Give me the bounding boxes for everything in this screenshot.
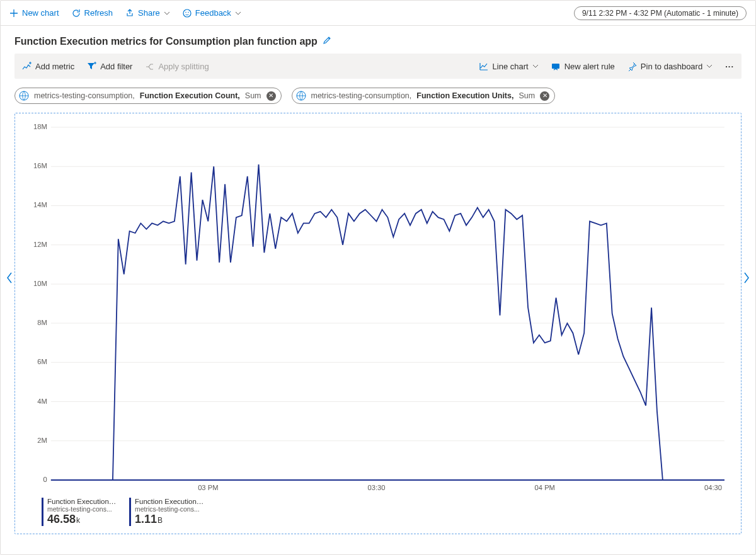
chart-type-dropdown[interactable]: Line chart [479, 62, 539, 71]
svg-text:03:30: 03:30 [368, 484, 386, 491]
split-icon [145, 62, 154, 71]
plus-icon [9, 9, 18, 18]
chevron-down-icon [706, 64, 713, 68]
resource-icon [296, 91, 306, 101]
metric-pill-0[interactable]: metrics-testing-consumption, Function Ex… [14, 88, 282, 104]
refresh-icon [72, 9, 81, 18]
page-title: Function Execution metrics for Consumpti… [14, 36, 318, 47]
refresh-button[interactable]: Refresh [72, 8, 113, 18]
new-alert-rule-button[interactable]: New alert rule [551, 62, 615, 71]
line-chart-icon [479, 62, 489, 71]
metric-pill-scope: metrics-testing-consumption, [34, 91, 135, 100]
filter-icon [87, 62, 96, 71]
refresh-label: Refresh [84, 8, 113, 18]
time-range-label: 9/11 2:32 PM - 4:32 PM (Automatic - 1 mi… [582, 9, 738, 18]
metric-pill-metric: Function Execution Count, [140, 91, 240, 100]
pin-label: Pin to dashboard [641, 62, 702, 71]
apply-splitting-button: Apply splitting [145, 62, 209, 71]
svg-text:8M: 8M [37, 319, 47, 326]
svg-rect-3 [552, 64, 559, 69]
svg-text:03 PM: 03 PM [198, 484, 218, 491]
apply-splitting-label: Apply splitting [158, 62, 209, 71]
legend-value: 46.58 [47, 513, 76, 525]
add-metric-icon [22, 62, 32, 71]
legend-row: Function Execution C... metrics-testing-… [19, 493, 731, 527]
svg-text:10M: 10M [33, 280, 47, 287]
svg-text:4M: 4M [37, 398, 47, 405]
alert-icon [551, 62, 561, 71]
add-metric-button[interactable]: Add metric [22, 62, 74, 71]
svg-text:14M: 14M [33, 202, 47, 209]
metric-pill-scope: metrics-testing-consumption, [311, 91, 412, 100]
add-metric-label: Add metric [35, 62, 74, 71]
chevron-down-icon [164, 11, 170, 15]
feedback-label: Feedback [195, 8, 231, 18]
metric-pill-row: metrics-testing-consumption, Function Ex… [1, 79, 755, 110]
share-icon [125, 9, 134, 18]
legend-subtitle: metrics-testing-cons... [135, 505, 204, 513]
add-filter-button[interactable]: Add filter [87, 62, 132, 71]
chevron-left-icon [6, 272, 13, 284]
chevron-down-icon [235, 11, 241, 15]
feedback-icon [183, 9, 192, 18]
chevron-right-icon [743, 272, 750, 284]
metric-pill-agg: Sum [518, 91, 535, 100]
svg-point-1 [185, 11, 186, 13]
legend-unit: k [76, 516, 80, 525]
svg-text:18M: 18M [33, 123, 47, 130]
time-range-picker[interactable]: 9/11 2:32 PM - 4:32 PM (Automatic - 1 mi… [574, 6, 747, 20]
svg-point-0 [183, 9, 191, 17]
svg-point-2 [188, 11, 189, 13]
legend-card-1[interactable]: Function Execution U... metrics-testing-… [129, 498, 204, 526]
svg-text:04 PM: 04 PM [535, 484, 555, 491]
svg-text:12M: 12M [33, 241, 47, 248]
add-filter-label: Add filter [100, 62, 132, 71]
chevron-down-icon [532, 64, 539, 68]
metric-pill-1[interactable]: metrics-testing-consumption, Function Ex… [292, 88, 556, 104]
legend-card-0[interactable]: Function Execution C... metrics-testing-… [42, 498, 117, 526]
new-chart-label: New chart [22, 8, 59, 18]
legend-value: 1.11 [135, 513, 157, 525]
remove-metric-button[interactable]: ✕ [266, 91, 276, 101]
chart-type-label: Line chart [493, 62, 529, 71]
legend-title: Function Execution C... [47, 498, 117, 505]
chart-action-bar: Add metric Add filter Apply splitting Li… [14, 54, 742, 79]
page-title-row: Function Execution metrics for Consumpti… [1, 26, 755, 54]
legend-subtitle: metrics-testing-cons... [47, 505, 117, 513]
svg-text:0: 0 [43, 476, 47, 483]
svg-text:6M: 6M [37, 358, 47, 365]
new-chart-button[interactable]: New chart [9, 8, 59, 18]
new-alert-rule-label: New alert rule [564, 62, 615, 71]
remove-metric-button[interactable]: ✕ [540, 91, 549, 101]
pin-to-dashboard-button[interactable]: Pin to dashboard [627, 62, 713, 71]
svg-text:04:30: 04:30 [704, 484, 722, 491]
top-command-bar: New chart Refresh Share Feedback 9/11 2:… [1, 1, 755, 26]
line-chart-plot[interactable]: 02M4M6M8M10M12M14M16M18M03 PM03:3004 PM0… [19, 121, 731, 493]
svg-text:2M: 2M [37, 437, 47, 444]
resource-icon [19, 91, 29, 101]
pin-icon [627, 62, 637, 71]
legend-unit: B [158, 516, 163, 525]
pencil-icon [323, 36, 331, 45]
svg-text:16M: 16M [33, 162, 47, 169]
legend-title: Function Execution U... [135, 498, 204, 505]
prev-chart-button[interactable] [6, 272, 13, 284]
more-options-button[interactable]: ··· [725, 62, 734, 71]
metric-pill-metric: Function Execution Units, [416, 91, 513, 100]
ellipsis-icon: ··· [725, 62, 734, 71]
share-label: Share [138, 8, 160, 18]
edit-title-button[interactable] [323, 36, 331, 47]
chart-container: 02M4M6M8M10M12M14M16M18M03 PM03:3004 PM0… [14, 113, 742, 534]
metric-pill-agg: Sum [245, 91, 261, 100]
next-chart-button[interactable] [743, 272, 750, 284]
share-button[interactable]: Share [125, 8, 170, 18]
feedback-button[interactable]: Feedback [183, 8, 241, 18]
